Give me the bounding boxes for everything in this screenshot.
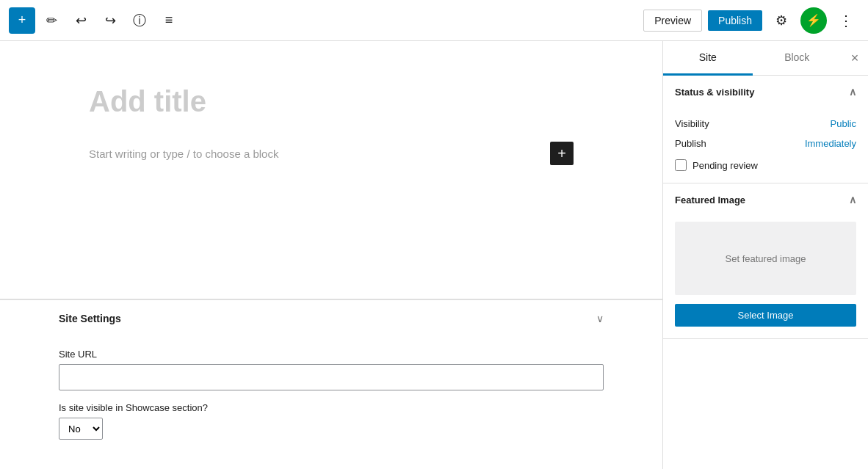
site-settings-body: Site URL Is site visible in Showcase sec… <box>0 337 662 469</box>
pending-review-row: Pending review <box>675 159 856 171</box>
publish-label: Publish <box>675 138 706 149</box>
showcase-select[interactable]: No Yes <box>59 418 103 440</box>
featured-image-section: Featured Image Set featured image Select… <box>663 183 868 339</box>
tab-block[interactable]: Block <box>753 41 842 76</box>
undo-button[interactable]: ↩ <box>68 7 94 34</box>
featured-image-placeholder-text: Set featured image <box>726 253 806 264</box>
featured-image-title: Featured Image <box>675 194 745 206</box>
site-settings-header[interactable]: Site Settings <box>0 299 662 337</box>
toolbar: + ✏ ↩ ↪ ⓘ ≡ Preview Publish ⚙ ⚡ ⋮ <box>0 0 868 41</box>
add-block-inline-button[interactable]: + <box>550 142 574 165</box>
pencil-button[interactable]: ✏ <box>38 7 65 34</box>
placeholder-text: Start writing or type / to choose a bloc… <box>89 148 278 160</box>
info-button[interactable]: ⓘ <box>126 7 153 34</box>
status-visibility-section: Status & visibility Visibility Public Pu… <box>663 76 868 183</box>
more-options-button[interactable]: ⋮ <box>833 7 859 34</box>
site-settings-title: Site Settings <box>59 313 121 324</box>
plugin-button[interactable]: ⚡ <box>800 7 827 34</box>
publish-row: Publish Immediately <box>675 134 856 153</box>
visibility-row: Visibility Public <box>675 114 856 134</box>
showcase-group: Is site visible in Showcase section? No … <box>59 402 604 440</box>
add-block-button[interactable]: + <box>9 7 35 34</box>
visibility-label: Visibility <box>675 118 709 129</box>
toolbar-left: + ✏ ↩ ↪ ⓘ ≡ <box>9 7 643 34</box>
site-url-label: Site URL <box>59 349 604 360</box>
editor-content: Start writing or type / to choose a bloc… <box>30 41 632 299</box>
site-url-input[interactable] <box>59 364 604 390</box>
list-view-button[interactable]: ≡ <box>156 7 182 34</box>
redo-button[interactable]: ↪ <box>97 7 123 34</box>
settings-button[interactable]: ⚙ <box>768 7 795 34</box>
post-title-input[interactable] <box>89 85 574 118</box>
site-url-group: Site URL <box>59 349 604 390</box>
publish-value[interactable]: Immediately <box>805 138 856 149</box>
status-chevron-icon <box>849 86 856 98</box>
toolbar-right: Preview Publish ⚙ ⚡ ⋮ <box>643 7 859 34</box>
featured-image-placeholder[interactable]: Set featured image <box>675 222 856 295</box>
main-layout: Start writing or type / to choose a bloc… <box>0 41 868 469</box>
site-settings-chevron-icon <box>596 312 604 325</box>
editor-area: Start writing or type / to choose a bloc… <box>0 41 662 469</box>
tab-site[interactable]: Site <box>663 41 753 76</box>
site-settings-panel: Site Settings Site URL Is site visible i… <box>0 299 662 469</box>
featured-image-body: Set featured image Select Image <box>663 216 868 338</box>
pending-review-checkbox[interactable] <box>675 159 687 171</box>
block-placeholder: Start writing or type / to choose a bloc… <box>89 142 574 165</box>
sidebar-tabs: Site Block × <box>663 41 868 76</box>
status-visibility-title: Status & visibility <box>675 87 754 98</box>
visibility-value[interactable]: Public <box>831 118 856 129</box>
pending-review-label[interactable]: Pending review <box>692 160 758 171</box>
featured-image-header[interactable]: Featured Image <box>663 183 868 216</box>
status-visibility-body: Visibility Public Publish Immediately Pe… <box>663 108 868 183</box>
publish-button[interactable]: Publish <box>708 10 762 31</box>
featured-image-chevron-icon <box>849 194 856 206</box>
select-image-button[interactable]: Select Image <box>675 304 856 327</box>
status-visibility-header[interactable]: Status & visibility <box>663 76 868 108</box>
showcase-label: Is site visible in Showcase section? <box>59 402 604 413</box>
preview-button[interactable]: Preview <box>643 10 702 32</box>
sidebar: Site Block × Status & visibility Visibil… <box>662 41 868 469</box>
sidebar-close-button[interactable]: × <box>842 45 868 71</box>
